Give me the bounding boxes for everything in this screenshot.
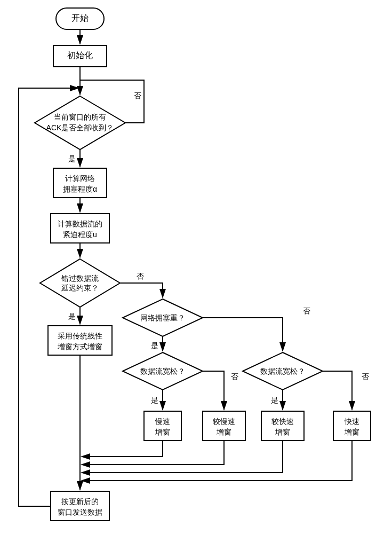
svg-rect-3 [53, 168, 107, 198]
node-d-ack: 当前窗口的所有 ACK是否全部收到？ [35, 96, 125, 150]
send-l1: 按更新后的 [61, 497, 99, 506]
dack-yes-label: 是 [68, 154, 76, 163]
svg-rect-12 [261, 411, 304, 441]
send-l2: 窗口发送数据 [58, 508, 102, 516]
slower-l1: 较慢速 [213, 417, 235, 426]
drelax2-no: 否 [362, 372, 369, 381]
alpha-l2: 拥塞程度α [63, 185, 97, 193]
dmiss-yes: 是 [68, 312, 76, 320]
drelax1-yes: 是 [151, 396, 158, 404]
drelax1-no: 否 [231, 372, 238, 381]
dcong-label: 网络拥塞重？ [140, 313, 185, 322]
node-slower: 较慢速 增窗 [203, 411, 245, 441]
faster-l2: 增窗 [275, 428, 290, 436]
node-slow: 慢速 增窗 [144, 411, 181, 441]
fast-l2: 增窗 [344, 428, 359, 436]
edge-dcong-no [203, 318, 283, 351]
edge-slower-merge [82, 441, 224, 465]
dmiss-no: 否 [137, 272, 144, 280]
node-linear: 采用传统线性 增窗方式增窗 [48, 326, 112, 355]
node-d-relax1: 数据流宽松？ [123, 352, 203, 390]
edge-fast-merge [82, 441, 352, 481]
dack-no-label: 否 [134, 91, 141, 100]
svg-rect-13 [333, 411, 371, 441]
u-l2: 紧迫程度u [63, 230, 97, 239]
dmiss-l1: 错过数据流 [61, 274, 99, 282]
edge-slow-merge [82, 441, 163, 457]
svg-rect-11 [203, 411, 245, 441]
svg-rect-10 [144, 411, 181, 441]
dcong-no: 否 [303, 307, 310, 315]
node-d-relax2: 数据流宽松？ [243, 352, 323, 390]
dack-label2: ACK是否全部收到？ [46, 123, 114, 132]
dcong-yes: 是 [151, 341, 158, 350]
node-init: 初始化 [53, 45, 107, 67]
svg-rect-14 [51, 491, 109, 521]
node-fast: 快速 增窗 [333, 411, 371, 441]
node-faster: 较快速 增窗 [261, 411, 304, 441]
node-calc-alpha: 计算网络 拥塞程度α [53, 168, 107, 198]
alpha-l1: 计算网络 [65, 174, 95, 183]
linear-l1: 采用传统线性 [58, 332, 102, 340]
faster-l1: 较快速 [271, 417, 294, 426]
edge-dmiss-no [120, 283, 163, 297]
slow-l1: 慢速 [155, 417, 170, 426]
svg-rect-4 [51, 214, 109, 243]
node-d-cong: 网络拥塞重？ [123, 299, 203, 336]
start-label: 开始 [71, 13, 89, 22]
edge-drelax1-no [203, 371, 224, 410]
drelax1-label: 数据流宽松？ [140, 367, 185, 375]
drelax2-label: 数据流宽松？ [260, 367, 305, 375]
svg-rect-6 [48, 326, 112, 355]
node-d-miss: 错过数据流 延迟约束？ [40, 259, 120, 307]
slower-l2: 增窗 [216, 428, 231, 436]
node-send: 按更新后的 窗口发送数据 [51, 491, 109, 521]
node-start: 开始 [56, 8, 104, 29]
flowchart-svg: 开始 初始化 否 当前窗口的所有 ACK是否全部收到？ 是 计算网络 拥塞程度α… [0, 0, 392, 534]
slow-l2: 增窗 [155, 428, 170, 436]
u-l1: 计算数据流的 [58, 219, 102, 228]
drelax2-yes: 是 [271, 396, 278, 404]
dack-label1: 当前窗口的所有 [54, 113, 106, 121]
fast-l1: 快速 [344, 417, 359, 426]
edge-drelax2-no [323, 371, 352, 410]
dmiss-l2: 延迟约束？ [61, 284, 99, 292]
linear-l2: 增窗方式增窗 [57, 342, 102, 351]
node-calc-u: 计算数据流的 紧迫程度u [51, 214, 109, 243]
init-label: 初始化 [67, 51, 93, 60]
